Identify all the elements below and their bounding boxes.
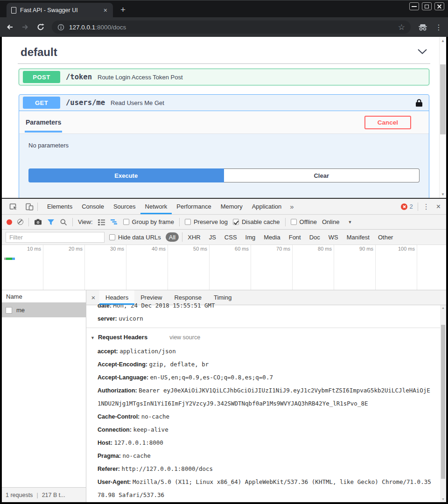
record-button[interactable]: [7, 219, 12, 225]
devtools-tab[interactable]: Performance: [172, 199, 216, 214]
scroll-up-arrow-icon[interactable]: ▲: [440, 306, 446, 309]
detail-tabs: HeadersPreviewResponseTiming: [99, 290, 238, 305]
offline-checkbox[interactable]: [291, 219, 297, 225]
reload-icon[interactable]: [36, 23, 45, 31]
cancel-button[interactable]: Cancel: [364, 116, 411, 129]
bookmark-star-icon[interactable]: ☆: [398, 22, 405, 32]
page-info-icon[interactable]: [57, 24, 64, 31]
chevron-down-icon[interactable]: [417, 48, 427, 56]
scrollbar-thumb[interactable]: [441, 325, 445, 479]
timeline-tick: 100 ms: [376, 245, 417, 290]
back-icon[interactable]: [6, 23, 14, 31]
screenshot-capture-icon[interactable]: [34, 219, 42, 225]
tab-close-icon[interactable]: ×: [103, 7, 108, 14]
page-scrollbar[interactable]: ▲ ▼: [439, 37, 446, 198]
scroll-up-arrow-icon[interactable]: ▲: [440, 39, 446, 43]
request-headers-title[interactable]: Request Headers: [98, 330, 147, 344]
resource-type-chip[interactable]: Font: [286, 232, 304, 242]
error-count-badge[interactable]: 2: [401, 203, 413, 210]
resource-type-chip[interactable]: XHR: [182, 232, 203, 242]
url-bar[interactable]: 127.0.0.1:8000/docs ☆: [52, 21, 411, 34]
devtools-tab[interactable]: Elements: [42, 199, 77, 214]
header-row: User-Agent: Mozilla/5.0 (X11; Linux x86_…: [98, 476, 433, 502]
request-headers-section: ▼ Request Headers view source: [91, 330, 433, 345]
view-source-link[interactable]: view source: [169, 330, 200, 344]
resource-type-chip[interactable]: Media: [260, 232, 283, 242]
throttling-value: Online: [322, 218, 340, 225]
devtools-tab[interactable]: Sources: [109, 199, 140, 214]
detail-scrollbar[interactable]: ▲ ▼: [440, 305, 446, 502]
group-by-frame-option[interactable]: Group by frame: [123, 218, 174, 225]
more-tabs-icon[interactable]: »: [286, 203, 297, 210]
get-summary: Read Users Me Get: [111, 99, 164, 106]
search-icon[interactable]: [60, 218, 67, 226]
inspect-element-icon[interactable]: [6, 203, 21, 211]
hide-data-urls-checkbox[interactable]: [109, 234, 115, 240]
collapse-triangle-icon[interactable]: ▼: [91, 331, 95, 345]
resource-type-chip[interactable]: WS: [325, 232, 342, 242]
network-overview-timeline[interactable]: 10 ms20 ms30 ms40 ms50 ms60 ms70 ms80 ms…: [2, 245, 446, 290]
clear-button[interactable]: Clear: [224, 168, 420, 182]
devtools-tab[interactable]: Network: [140, 199, 172, 214]
device-toolbar-icon[interactable]: [21, 203, 37, 211]
scroll-down-arrow-icon[interactable]: ▼: [440, 192, 446, 196]
disable-cache-option[interactable]: Disable cache: [233, 218, 280, 225]
devtools-tab[interactable]: Memory: [216, 199, 247, 214]
preserve-log-checkbox[interactable]: [185, 219, 191, 225]
large-rows-icon[interactable]: [98, 219, 105, 225]
detail-tab[interactable]: Timing: [208, 290, 238, 305]
minimize-button[interactable]: [409, 2, 419, 10]
new-tab-button[interactable]: +: [120, 6, 126, 14]
detail-tab[interactable]: Response: [168, 290, 208, 305]
overview-waterfall-icon[interactable]: [111, 219, 118, 225]
detail-tab[interactable]: Headers: [99, 290, 134, 305]
clear-log-icon[interactable]: [17, 219, 23, 225]
name-column-header[interactable]: Name: [2, 290, 86, 303]
request-row[interactable]: me: [2, 303, 86, 317]
url-text: 127.0.0.1:8000/docs: [69, 24, 126, 31]
throttling-dropdown[interactable]: Online ▼: [322, 218, 352, 225]
resource-type-chip[interactable]: All: [166, 232, 179, 242]
status-divider: |: [36, 492, 38, 498]
resource-type-filters: AllXHRJSCSSImgMediaFontDocWSManifestOthe…: [166, 232, 397, 242]
resource-type-chip[interactable]: Img: [242, 232, 259, 242]
filter-input[interactable]: [6, 232, 105, 243]
requests-list-empty-area: [2, 317, 86, 487]
close-window-button[interactable]: [434, 2, 444, 10]
offline-option[interactable]: Offline: [291, 218, 317, 225]
resource-type-chip[interactable]: CSS: [221, 232, 240, 242]
resource-type-chip[interactable]: Other: [375, 232, 397, 242]
resource-type-chip[interactable]: Doc: [306, 232, 323, 242]
scrollbar-thumb[interactable]: [440, 64, 446, 134]
post-token-operation[interactable]: POST /token Route Login Access Token Pos…: [19, 69, 429, 85]
group-by-frame-checkbox[interactable]: [123, 219, 129, 225]
swagger-section-header[interactable]: default: [19, 43, 429, 63]
separator: [179, 218, 180, 226]
timeline-tick: 110: [417, 245, 448, 290]
detail-tab[interactable]: Preview: [134, 290, 168, 305]
forward-icon[interactable]: [21, 23, 29, 31]
devtools-close-icon[interactable]: ×: [434, 203, 442, 211]
resource-type-chip[interactable]: Manifest: [343, 232, 373, 242]
devtools-menu-icon[interactable]: ⋮: [423, 203, 430, 211]
preserve-log-option[interactable]: Preserve log: [185, 218, 228, 225]
hide-data-urls-option[interactable]: Hide data URLs: [109, 234, 161, 241]
devtools-tab[interactable]: Application: [247, 199, 287, 214]
parameters-tab[interactable]: Parameters: [25, 112, 62, 133]
filter-funnel-icon[interactable]: [47, 219, 55, 225]
devtools-tab[interactable]: Console: [77, 199, 109, 214]
auth-lock-icon[interactable]: [416, 99, 425, 107]
get-operation-header[interactable]: GET /users/me Read Users Me Get: [19, 95, 429, 111]
scroll-down-arrow-icon[interactable]: ▼: [440, 497, 446, 501]
header-row: Referer: http://127.0.0.1:8000/docs: [98, 462, 433, 476]
execute-button[interactable]: Execute: [28, 168, 224, 182]
timeline-tick: 70 ms: [251, 245, 293, 290]
window-controls: [409, 2, 444, 10]
transferred-size: 217 B t...: [42, 492, 65, 498]
browser-tab[interactable]: Fast API - Swagger UI ×: [7, 3, 113, 17]
resource-type-chip[interactable]: JS: [206, 232, 219, 242]
maximize-button[interactable]: [422, 2, 432, 10]
disable-cache-checkbox[interactable]: [233, 219, 239, 225]
browser-menu-icon[interactable]: ⋮: [435, 23, 442, 32]
page-icon: [11, 7, 16, 14]
